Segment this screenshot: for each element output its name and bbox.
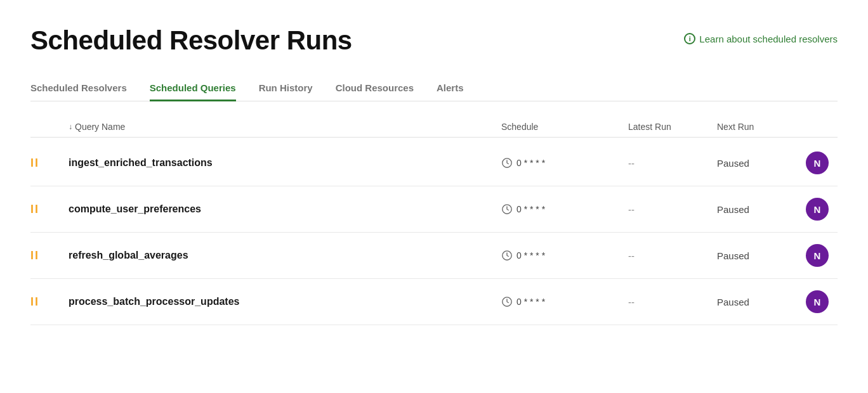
next-run-cell: Paused: [717, 158, 806, 169]
tab-run-history[interactable]: Run History: [259, 76, 313, 101]
latest-run-cell: --: [628, 204, 717, 215]
col-query-name[interactable]: ↓ Query Name: [69, 122, 501, 132]
tab-alerts[interactable]: Alerts: [437, 76, 464, 101]
learn-link-label: Learn about scheduled resolvers: [699, 34, 838, 44]
avatar: N: [806, 290, 829, 313]
col-avatar: [806, 122, 838, 132]
pause-status-icon: II: [30, 295, 69, 309]
col-latest-run: Latest Run: [628, 122, 717, 132]
pause-status-icon: II: [30, 157, 69, 170]
page-title: Scheduled Resolver Runs: [30, 25, 352, 56]
latest-run-cell: --: [628, 158, 717, 169]
col-status: [30, 122, 69, 132]
schedule-value: 0 * * * *: [516, 204, 545, 214]
schedule-value: 0 * * * *: [516, 297, 545, 307]
tabs-nav: Scheduled Resolvers Scheduled Queries Ru…: [30, 76, 838, 101]
table-header: ↓ Query Name Schedule Latest Run Next Ru…: [30, 117, 838, 138]
table-row: II compute_user_preferences 0 * * * * --…: [30, 186, 838, 233]
next-run-cell: Paused: [717, 250, 806, 261]
query-name-cell[interactable]: refresh_global_averages: [69, 250, 501, 261]
clock-icon: [501, 250, 513, 261]
schedule-cell: 0 * * * *: [501, 203, 628, 215]
schedule-cell: 0 * * * *: [501, 157, 628, 169]
clock-icon: [501, 296, 513, 307]
queries-table: ↓ Query Name Schedule Latest Run Next Ru…: [30, 117, 838, 325]
next-run-cell: Paused: [717, 204, 806, 215]
latest-run-cell: --: [628, 297, 717, 307]
col-next-run: Next Run: [717, 122, 806, 132]
latest-run-cell: --: [628, 250, 717, 261]
avatar: N: [806, 198, 829, 221]
col-query-name-label: Query Name: [75, 122, 125, 132]
pause-status-icon: II: [30, 203, 69, 216]
table-row: II process_batch_processor_updates 0 * *…: [30, 279, 838, 325]
page-header: Scheduled Resolver Runs i Learn about sc…: [30, 25, 838, 56]
table-row: II ingest_enriched_transactions 0 * * * …: [30, 140, 838, 186]
avatar: N: [806, 244, 829, 267]
query-name-cell[interactable]: ingest_enriched_transactions: [69, 157, 501, 169]
info-icon: i: [684, 33, 695, 44]
table-row: II refresh_global_averages 0 * * * * -- …: [30, 233, 838, 279]
sort-arrow-icon: ↓: [69, 122, 72, 131]
schedule-cell: 0 * * * *: [501, 296, 628, 307]
schedule-value: 0 * * * *: [516, 158, 545, 168]
next-run-cell: Paused: [717, 297, 806, 307]
avatar: N: [806, 151, 829, 174]
pause-status-icon: II: [30, 249, 69, 262]
schedule-value: 0 * * * *: [516, 250, 545, 261]
query-name-cell[interactable]: process_batch_processor_updates: [69, 296, 501, 307]
schedule-cell: 0 * * * *: [501, 250, 628, 261]
learn-link[interactable]: i Learn about scheduled resolvers: [684, 33, 838, 44]
col-schedule: Schedule: [501, 122, 628, 132]
tab-scheduled-queries[interactable]: Scheduled Queries: [150, 76, 236, 101]
clock-icon: [501, 157, 513, 169]
query-name-cell[interactable]: compute_user_preferences: [69, 203, 501, 215]
clock-icon: [501, 203, 513, 215]
tab-cloud-resources[interactable]: Cloud Resources: [336, 76, 414, 101]
tab-scheduled-resolvers[interactable]: Scheduled Resolvers: [30, 76, 127, 101]
